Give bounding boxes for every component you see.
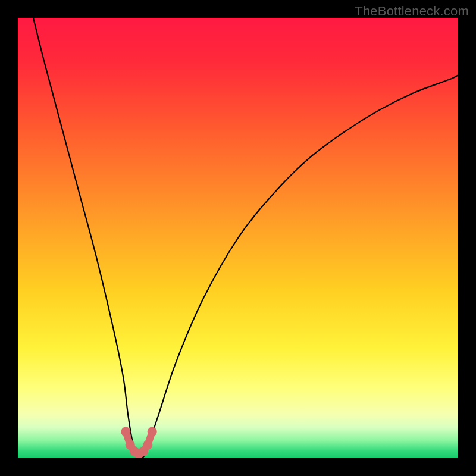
chart-frame: TheBottleneck.com [0, 0, 476, 476]
plot-area [18, 18, 458, 458]
svg-point-1 [121, 427, 130, 437]
svg-point-7 [148, 427, 157, 437]
watermark-text: TheBottleneck.com [355, 4, 469, 19]
bottleneck-curve [18, 18, 458, 458]
svg-point-6 [143, 440, 152, 450]
